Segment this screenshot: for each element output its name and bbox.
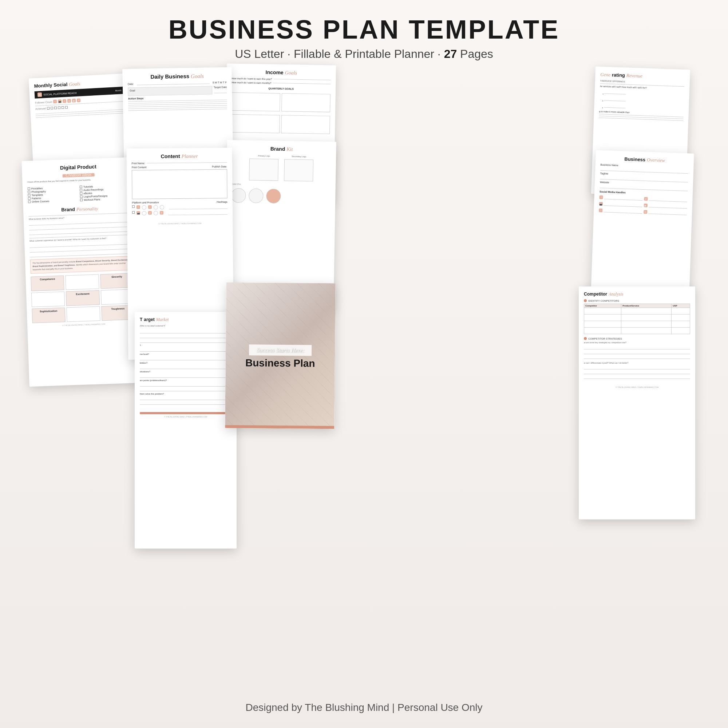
action-label: Action Steps xyxy=(128,96,227,100)
label-ebooks: eBooks xyxy=(83,192,92,195)
monthly-social-title-script: Goals xyxy=(69,81,80,87)
label-printables: Printables xyxy=(31,187,43,190)
hashtag-input1 xyxy=(169,205,228,209)
cb-audio xyxy=(80,189,82,191)
bp-title-bold: Brand xyxy=(61,206,75,212)
comp-row-1 xyxy=(584,308,690,315)
dp-checklist: Printables Photography Templates Pattern… xyxy=(28,183,131,204)
bp-info-box: The five dimensions of brand personality… xyxy=(30,256,133,274)
subtitle-pages: 27 xyxy=(444,47,457,60)
tw-icon: t xyxy=(148,205,152,209)
linkedin-icon: in xyxy=(77,98,81,102)
competitor-table: Competitor Product/Service USP xyxy=(584,304,690,334)
line6 xyxy=(128,109,227,111)
color-circle-2 xyxy=(249,188,263,203)
ca-title-bold: Competitor xyxy=(584,292,607,297)
daily-title-bold: Daily Business xyxy=(150,73,189,80)
date-input xyxy=(137,81,210,85)
comp-table-header-row: Competitor Product/Service USP xyxy=(584,304,690,308)
footer-text: Designed by The Blushing Mind | Personal… xyxy=(245,702,482,713)
bp-dimensions-grid: Competence Sincerity Excitement Sophisti… xyxy=(31,273,135,323)
pin-icon: p xyxy=(148,211,152,215)
comp-cell-3-3 xyxy=(671,321,690,327)
bp-excitement: Excitement xyxy=(66,290,100,306)
card-digital-product: Digital Product Creation Ideas Check off… xyxy=(21,157,142,387)
publish-date-label: Publish Date: xyxy=(212,165,227,168)
cb-photography xyxy=(28,191,30,193)
primary-logo-section: Primary Logo xyxy=(249,154,278,180)
label-online-courses: Online Courses xyxy=(32,200,49,203)
tm-q-motivations: otivations? xyxy=(140,370,231,373)
color-pro-label: Color Pro xyxy=(231,183,330,187)
plat-circle3 xyxy=(160,205,164,209)
daily-title-script: Goals xyxy=(191,73,204,80)
cover-bottom-bar xyxy=(225,425,334,429)
comp-cell-2-1 xyxy=(584,315,621,321)
website-input xyxy=(600,185,688,191)
tw-row: t xyxy=(599,208,642,215)
card-competitor-analysis: Competitor Analysis IDENTIFY COMPETITORS… xyxy=(579,286,695,519)
strategies-dot xyxy=(584,337,587,340)
pin-input xyxy=(648,197,687,202)
target-input xyxy=(214,90,227,93)
cb-templates xyxy=(28,194,30,196)
sub-title: US Letter · Fillable & Printable Planner… xyxy=(168,47,560,61)
ca-input5 xyxy=(584,370,690,374)
copyright-2: © THE BLUSHING MIND | THEBLUSHINMIND.COM xyxy=(132,222,228,225)
brand-personality-section: Brand Personality What purpose does my b… xyxy=(28,205,135,327)
col-competitor: Competitor xyxy=(584,304,621,308)
income-title-script: Goals xyxy=(285,70,297,76)
header: BUSINESS PLAN TEMPLATE US Letter · Filla… xyxy=(168,15,560,61)
main-title: BUSINESS PLAN TEMPLATE xyxy=(168,15,560,44)
tm-title-bold: arget xyxy=(144,317,154,322)
ca-q2: w can I differentiate myself? What can I… xyxy=(584,362,690,365)
cb6 xyxy=(65,106,68,109)
bp-empty2 xyxy=(31,292,65,307)
label-logos: Logos/Fonts/Designs xyxy=(84,194,108,198)
cover-main-title: Business Plan xyxy=(245,358,315,369)
plat-circle5 xyxy=(154,211,158,216)
cb-tutorials xyxy=(80,186,82,188)
copyright-1: © THE BLUSHING MIND | THEBLUSHINMIND.COM xyxy=(32,322,135,327)
bp-sophistication: Sophistication xyxy=(32,307,66,323)
tm-q-age: ? xyxy=(140,344,231,347)
li-icon: in xyxy=(160,211,164,214)
secondary-logo-box xyxy=(284,159,314,181)
strategies-label-row: COMPETITOR STRATEGIES xyxy=(584,337,690,340)
days-label: S M T W T F xyxy=(213,81,227,84)
ca-input1 xyxy=(584,346,690,349)
card-business-overview: Business Overview Business Name Tagline … xyxy=(591,150,694,299)
bo-title-script: Overview xyxy=(647,157,665,164)
identify-label: IDENTIFY COMPETITORS xyxy=(588,300,619,302)
earn-year-row: How much do I want to earn this year? xyxy=(232,77,331,81)
earn-year-label: How much do I want to earn this year? xyxy=(232,77,272,80)
bk-title-script: Kit xyxy=(286,146,293,152)
cb-ebooks xyxy=(80,192,82,195)
comp-cell-4-2 xyxy=(621,327,671,334)
platform-label: SOCIAL PLATFORM REACH xyxy=(43,91,77,96)
copyright-4: © THE BLUSHING MIND | THEBLUSHINMIND.COM xyxy=(584,386,690,388)
li-input xyxy=(648,210,687,216)
col-usp: USP xyxy=(671,304,690,308)
label-workout: Workout Plans xyxy=(84,198,101,201)
cb2 xyxy=(50,107,53,109)
yt-icon-2: ▶ xyxy=(644,203,648,207)
tagline-label: Tagline xyxy=(600,172,608,175)
ig-icon-2: 📷 xyxy=(599,202,603,206)
comp-cell-1-2 xyxy=(621,308,671,315)
bp-empty1 xyxy=(66,274,99,290)
fb-row: f xyxy=(599,194,642,202)
bp-info-text: The five dimensions of brand personality… xyxy=(32,259,129,271)
strategies-label: COMPETITOR STRATEGIES xyxy=(588,337,622,340)
label-patterns: Patterns xyxy=(32,197,41,199)
biz-name-row: Business Name xyxy=(600,164,689,174)
yt-row: ▶ xyxy=(644,202,687,210)
bullet-list: • • • xyxy=(599,89,684,112)
q3-box xyxy=(231,114,280,133)
q2-box xyxy=(281,93,330,112)
bullet-input1 xyxy=(604,90,626,94)
subtitle-part3: Pages xyxy=(460,47,493,60)
cb-logos xyxy=(80,196,83,198)
comp-cell-4-1 xyxy=(584,327,621,334)
comp-row-4 xyxy=(584,327,690,334)
